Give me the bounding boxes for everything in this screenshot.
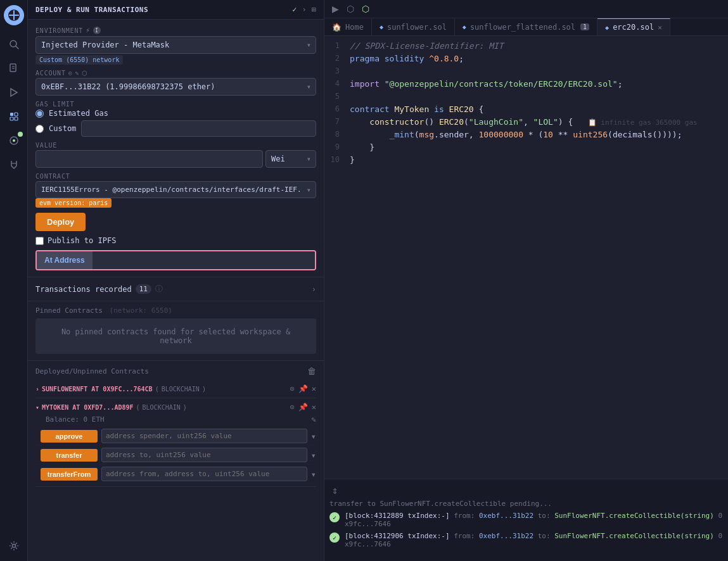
contract-item-1-edit-icon[interactable]: ✎ [311,415,316,424]
contract-item-0-copy-icon[interactable]: ⊙ [290,384,295,393]
transferfrom-button[interactable]: transferFrom [41,468,98,481]
panel-header-icons: ✓ › ⊞ [292,5,316,14]
svg-rect-8 [15,113,18,116]
tab-sunflower[interactable]: ◆ sunflower.sol [372,19,455,35]
tab-erc20-close[interactable]: ✕ [658,23,662,32]
at-address-button[interactable]: At Address [37,251,93,269]
tab-sunflower-flattened[interactable]: ◆ sunflower_flattened.sol 1 [455,19,597,35]
account-copy-icon[interactable]: ⊙ [68,70,73,77]
contract-item-1-remove-icon[interactable]: ✕ [312,403,316,412]
debug-badge [18,132,23,137]
clear-deployed-icon[interactable]: 🗑 [307,366,316,376]
account-select[interactable]: 0xEBF...31B22 (1.99986698732375 ether) [35,78,316,96]
svg-rect-9 [10,117,13,120]
svg-rect-7 [10,113,13,116]
contract-item-0-header: › SUNFLOWERNFT AT 0X9FC...764CB (BLOCKCH… [35,382,316,395]
transferfrom-expand-icon[interactable]: ▾ [311,469,316,479]
publish-ipfs-row: Publish to IPFS [35,236,316,245]
sidebar-icon-search[interactable] [4,34,24,54]
terminal-line-0: ✓ [block:4312889 txIndex:-] from: 0xebf.… [329,510,723,530]
forward-icon[interactable]: › [302,5,307,14]
sidebar-icon-deploy[interactable] [4,106,24,127]
check-icon[interactable]: ✓ [292,5,297,14]
account-select-wrapper: 0xEBF...31B22 (1.99986698732375 ether) [35,78,316,96]
at-address-row: At Address 0xFd764C240Afcb764389a8c6CD42… [35,250,316,270]
approve-input[interactable] [101,429,307,443]
editor-toolbar: ▶ ⬡ ⬡ [324,0,728,18]
transfer-expand-icon[interactable]: ▾ [311,450,316,460]
value-unit-select[interactable]: Wei [265,150,316,168]
sidebar-icon-compile[interactable] [4,82,24,103]
value-input[interactable]: 0 [35,150,263,168]
sidebar-icon-settings[interactable] [4,536,24,556]
code-line-9: 9 } [324,142,728,155]
terminal-text-0: [block:4312889 txIndex:-] from: 0xebf...… [345,512,723,528]
at-address-input[interactable]: 0xFd764C240Afcb764389a8c6CD42682425DEAd8… [93,251,315,269]
transfer-input[interactable] [101,448,307,462]
publish-ipfs-label: Publish to IPFS [48,236,116,245]
account-edit-icon[interactable]: ✎ [75,70,80,77]
transactions-row[interactable]: Transactions recorded 11 ⓘ › [28,277,324,301]
contract-item-1-pin-icon[interactable]: 📌 [298,403,308,412]
approve-button[interactable]: approve [41,430,98,443]
active-plugin-button[interactable]: ⬡ [359,3,372,15]
contract-item-0-name[interactable]: › SUNFLOWERNFT AT 0X9FC...764CB (BLOCKCH… [35,386,206,393]
sunflower-flat-tab-icon: ◆ [463,23,466,30]
contract-item-0-pin-icon[interactable]: 📌 [298,384,308,393]
contract-item-1-icons: ⊙ 📌 ✕ [290,403,316,412]
custom-gas-input[interactable]: 3000000 [81,120,316,137]
transfer-button[interactable]: transfer [41,449,98,462]
gas-limit-section: GAS LIMIT Estimated Gas Custom 3000000 [35,101,316,137]
contract-select[interactable]: IERC1155Errors - @openzeppelin/contracts… [35,181,316,198]
svg-point-12 [13,139,15,142]
approve-expand-icon[interactable]: ▾ [311,431,316,441]
environment-info-icon[interactable]: i [93,27,101,34]
icon-sidebar [0,0,28,561]
terminal: ⇕ transfer to SunFlowerNFT.createCollect… [324,479,728,561]
tab-erc20[interactable]: ◆ erc20.sol ✕ [597,18,670,35]
code-line-8: 8 _mint(msg.sender, 100000000 * (10 ** u… [324,130,728,142]
terminal-check-0: ✓ [329,512,340,522]
value-field-row: 0 Wei [35,150,316,168]
code-editor: 1 // SPDX-License-Identifier: MIT 2 prag… [324,36,728,479]
contract-item-0-expand-icon[interactable]: › [35,386,39,393]
sidebar-icon-debug[interactable] [4,130,24,151]
evm-badge: evm version: paris [35,198,112,208]
contract-item-1-header: ▾ MYTOKEN AT 0XFD7...AD89F (BLOCKCHAIN) … [35,401,316,413]
account-key-icon[interactable]: ⬡ [82,70,88,77]
editor-tabs: 🏠 Home ◆ sunflower.sol ◆ sunflower_flatt… [324,18,728,36]
contract-item-1-name[interactable]: ▾ MYTOKEN AT 0XFD7...AD89F (BLOCKCHAIN) [35,404,187,411]
publish-ipfs-checkbox[interactable] [35,237,44,245]
code-line-1: 1 // SPDX-License-Identifier: MIT [324,41,728,54]
deploy-button[interactable]: Deploy [35,213,86,231]
value-label: VALUE [35,142,316,149]
svg-rect-10 [15,117,18,120]
tab-erc20-label: erc20.sol [613,23,654,32]
code-line-6: 6 contract MyToken is ERC20 { [324,104,728,117]
sidebar-icon-files[interactable] [4,58,24,79]
transferfrom-input[interactable] [101,467,307,481]
expand-icon[interactable]: ⊞ [312,5,316,14]
deployed-title: Deployed/Unpinned Contracts [35,367,149,375]
value-section: VALUE 0 Wei [35,142,316,168]
environment-label: ENVIRONMENT ⚡ i [35,26,316,35]
contract-item-1-expand-icon[interactable]: ▾ [35,404,39,411]
tab-home[interactable]: 🏠 Home [324,19,372,35]
account-section: ACCOUNT ⊙ ✎ ⬡ 0xEBF...31B22 (1.999866987… [35,70,316,96]
terminal-scroll-icon[interactable]: ⇕ [332,484,338,496]
environment-select[interactable]: Injected Provider - MetaMask [35,36,316,54]
terminal-line-1: ✓ [block:4312906 txIndex:-] from: 0xebf.… [329,530,723,550]
contract-item-0-remove-icon[interactable]: ✕ [312,384,316,393]
pinned-title: Pinned Contracts (network: 6550) [35,301,316,318]
method-approve: approve ▾ [35,427,316,446]
estimated-gas-radio[interactable] [35,110,44,118]
custom-gas-radio[interactable] [35,125,44,133]
panel-body: ENVIRONMENT ⚡ i Injected Provider - Meta… [28,20,324,277]
pinned-section: Pinned Contracts (network: 6550) No pinn… [28,301,324,360]
run-button[interactable]: ▶ [329,3,342,15]
contract-item-1-copy-icon[interactable]: ⊙ [290,403,295,412]
deploy-row: Deploy [35,213,316,231]
debugger-button[interactable]: ⬡ [344,3,357,15]
sidebar-icon-test[interactable] [4,154,24,175]
svg-line-2 [16,46,18,49]
